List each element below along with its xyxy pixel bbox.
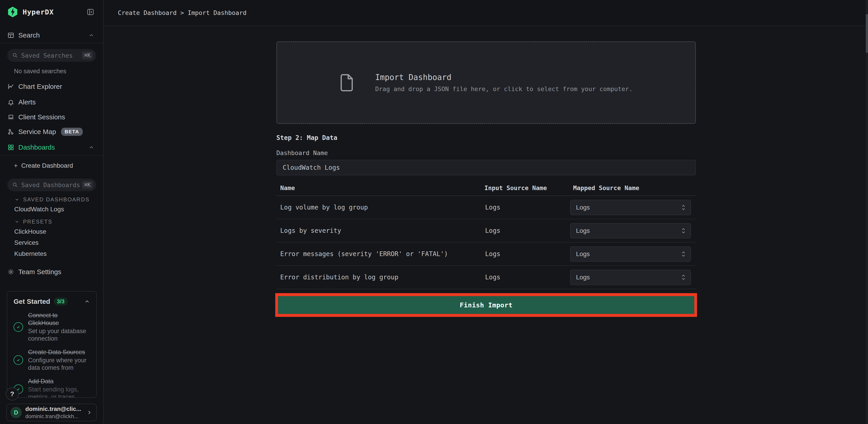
app-title: HyperDX [23,8,54,16]
saved-searches-input[interactable]: Saved Searches ⌘K [7,49,96,62]
select-value: Logs [576,251,590,258]
chevrons-up-down-icon [681,273,686,281]
no-saved-searches-text: No saved searches [14,68,66,75]
input-source-cell: Logs [485,204,573,211]
scrollbar-thumb[interactable] [866,14,868,53]
step-title: Create Data Sources [28,348,90,356]
shortcut-badge: ⌘K [82,181,93,189]
sidebar-item-label: Team Settings [18,268,61,276]
hyperdx-logo-icon [7,6,19,18]
divider [0,155,103,156]
beta-badge: BETA [61,128,83,136]
topbar: Create Dashboard > Import Dashboard [104,0,868,26]
step-description: Configure where your data comes from [28,357,90,371]
column-header-name: Name [276,185,485,191]
sidebar-item-label: Search [18,31,40,39]
saved-dashboards-input[interactable]: Saved Dashboards ⌘K [7,178,96,191]
sidebar-item-team-settings[interactable]: Team Settings [0,265,103,279]
sidebar-item-search[interactable]: Search [0,29,103,42]
dropzone-title: Import Dashboard [375,73,632,82]
user-name: dominic.tran@clic... [25,405,81,413]
step-description: Set up your database connection [28,327,90,343]
select-value: Logs [576,274,590,281]
get-started-step-add-data[interactable]: Add Data Start sending logs, metrics, or… [13,378,90,398]
check-circle-icon [13,355,23,365]
sidebar: HyperDX Search [0,0,103,424]
mapped-source-select[interactable]: Logs [570,270,691,285]
chevron-up-icon [88,32,94,38]
grid-icon [7,144,14,151]
dashboard-list-item-kubernetes[interactable]: Kubernetes [14,250,46,258]
step-title: Add Data [28,378,90,385]
saved-searches-placeholder: Saved Searches [21,52,73,59]
get-started-title: Get Started [13,298,50,305]
table-row: Error messages (severity 'ERROR' or 'FAT… [276,242,696,266]
chevrons-up-down-icon [681,227,686,235]
help-button[interactable]: ? [6,387,19,400]
sidebar-item-alerts[interactable]: Alerts [0,95,103,109]
chevron-down-icon [14,197,20,202]
sidebar-item-label: Client Sessions [18,113,65,121]
scrollbar-track[interactable] [866,0,868,424]
document-icon [340,73,354,92]
chevrons-up-down-icon [681,204,686,211]
logo-row: HyperDX [0,4,103,20]
laptop-icon [7,114,14,121]
search-icon [12,53,18,58]
chart-name-cell: Log volume by log group [276,204,485,211]
table-row: Error distribution by log group Logs Log… [276,266,696,289]
user-account-card[interactable]: D dominic.tran@clic... dominic.tran@clic… [6,404,97,421]
shortcut-badge: ⌘K [82,52,93,59]
sidebar-item-dashboards[interactable]: Dashboards [0,140,103,154]
column-header-mapped-source: Mapped Source Name [573,185,696,191]
gear-icon [7,268,14,275]
dashboard-name-input[interactable]: CloudWatch Logs [276,160,696,175]
input-source-cell: Logs [485,273,573,281]
sidebar-item-service-map[interactable]: Service Map BETA [0,125,103,138]
dashboard-list-item-clickhouse[interactable]: ClickHouse [14,228,46,236]
get-started-step-sources[interactable]: Create Data Sources Configure where your… [13,348,90,371]
mapping-table-header: Name Input Source Name Mapped Source Nam… [276,175,696,196]
line-chart-icon [7,83,14,90]
table-icon [7,32,14,39]
create-dashboard-label: Create Dashboard [21,162,73,169]
chevron-right-icon [86,410,92,415]
create-dashboard-button[interactable]: Create Dashboard [0,159,103,172]
step-heading: Step 2: Map Data [276,134,696,142]
user-email: dominic.tran@clickh... [25,413,81,420]
input-source-cell: Logs [485,250,573,258]
chevron-down-icon [14,219,20,224]
mapped-source-select[interactable]: Logs [570,247,691,262]
mapped-source-select[interactable]: Logs [570,200,691,215]
group-title: PRESETS [23,219,53,225]
select-value: Logs [576,227,590,234]
dashboard-list-item-services[interactable]: Services [14,239,38,247]
file-dropzone[interactable]: Import Dashboard Drag and drop a JSON fi… [276,41,696,124]
select-value: Logs [576,204,590,211]
breadcrumb: Create Dashboard > Import Dashboard [118,9,247,16]
sidebar-item-chart-explorer[interactable]: Chart Explorer [0,80,103,93]
input-source-cell: Logs [485,227,573,234]
get-started-header[interactable]: Get Started 3/3 [13,297,90,305]
chevron-up-icon [88,144,94,150]
get-started-step-connect[interactable]: Connect to ClickHouse Set up your databa… [13,312,90,343]
table-row: Logs by severity Logs Logs [276,219,696,242]
sidebar-item-label: Dashboards [18,143,55,151]
mapped-source-select[interactable]: Logs [570,223,691,238]
finish-import-button[interactable]: Finish Import [278,296,694,314]
app-window: HyperDX Search [0,0,868,424]
avatar: D [10,407,22,418]
chevron-up-icon [84,299,90,304]
dropzone-subtitle: Drag and drop a JSON file here, or click… [375,86,632,92]
sidebar-item-client-sessions[interactable]: Client Sessions [0,110,103,124]
bell-icon [7,99,14,105]
saved-dashboards-group-header[interactable]: SAVED DASHBOARDS [14,196,90,203]
dashboard-list-item-cloudwatch-logs[interactable]: CloudWatch Logs [14,205,64,214]
sidebar-collapse-icon[interactable] [86,7,95,17]
presets-group-header[interactable]: PRESETS [14,218,53,226]
dashboard-name-value: CloudWatch Logs [283,164,340,171]
progress-badge: 3/3 [54,297,68,305]
check-circle-icon [13,322,23,332]
search-icon [12,182,18,188]
chart-name-cell: Error messages (severity 'ERROR' or 'FAT… [276,250,485,258]
